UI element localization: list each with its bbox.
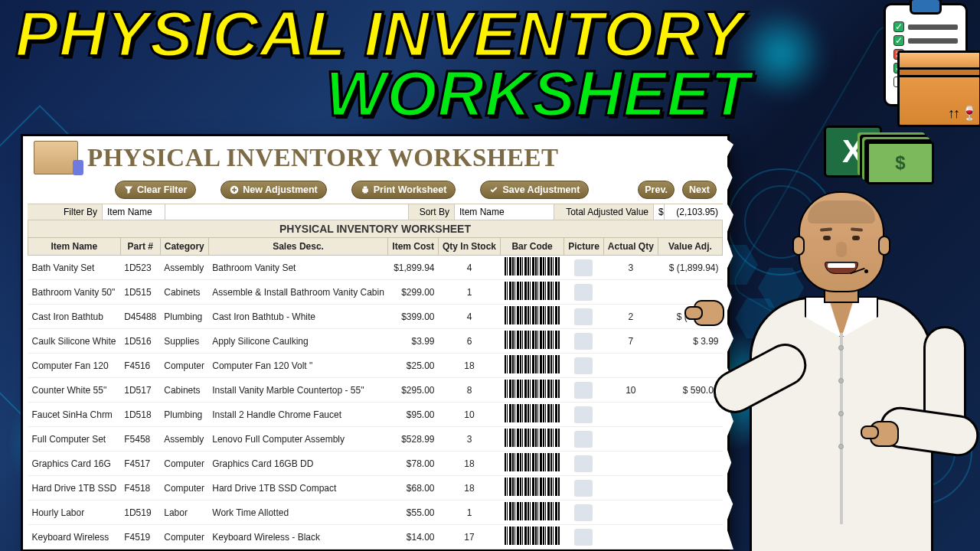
save-adjustment-button[interactable]: Save Adjustment (480, 181, 589, 199)
new-adjustment-button[interactable]: New Adjustment (220, 181, 326, 199)
table-row[interactable]: Bathroom Vanity 50"1D515CabinetsAssemble… (28, 280, 723, 305)
cell-item: Hard Drive 1TB SSD (28, 476, 121, 500)
col-desc[interactable]: Sales Desc. (208, 238, 388, 256)
cell-barcode (501, 305, 564, 329)
cell-category: Plumbing (160, 403, 208, 427)
cell-desc: Graphics Card 16GB DD (208, 452, 388, 476)
svg-rect-2 (364, 187, 368, 189)
table-row[interactable]: Counter White 55"1D517CabinetsInstall Va… (28, 378, 723, 403)
cell-part: F4516 (120, 354, 160, 378)
table-row[interactable]: Hard Drive 1TB SSDF4518ComputerHard Driv… (28, 476, 723, 500)
cell-actual-qty[interactable] (603, 354, 658, 378)
table-row[interactable]: Caulk Silicone White1D516SuppliesApply S… (28, 329, 723, 354)
cell-category: Assembly (160, 256, 208, 280)
table-row[interactable]: Full Computer SetF5458AssemblyLenovo Ful… (28, 427, 723, 452)
col-item[interactable]: Item Name (28, 238, 121, 256)
table-row[interactable]: Graphics Card 16GF4517ComputerGraphics C… (28, 452, 723, 476)
cell-actual-qty[interactable]: 7 (603, 329, 658, 354)
cell-cost: $78.00 (388, 452, 439, 476)
cell-stock: 10 (439, 403, 501, 427)
col-stock[interactable]: Qty In Stock (439, 238, 501, 256)
cell-stock: 18 (439, 354, 501, 378)
cell-barcode (501, 280, 564, 305)
cell-desc: Monitor 27" Black - Touch Screen (208, 549, 388, 550)
cell-picture (564, 525, 604, 549)
prev-button[interactable]: Prev. (638, 181, 675, 199)
cell-desc: Cast Iron Bathtub - White (208, 305, 388, 329)
filter-by-value[interactable]: Item Name (103, 204, 165, 220)
cell-actual-qty[interactable] (603, 549, 658, 550)
table-row[interactable]: Keyboard WirelessF4519ComputerKeyboard W… (28, 525, 723, 549)
table-row[interactable]: Hourly Labor1D519LaborWork Time Allotted… (28, 500, 723, 525)
total-currency: $ (654, 204, 665, 220)
col-actual-qty[interactable]: Actual Qty (603, 238, 658, 256)
cell-item: Caulk Silicone White (28, 329, 121, 354)
sort-by-value[interactable]: Item Name (455, 204, 554, 220)
cell-category: Computer (160, 549, 208, 550)
cell-stock: 3 (439, 427, 501, 452)
cell-cost: $1,899.94 (388, 256, 439, 280)
col-picture[interactable]: Picture (564, 238, 604, 256)
cell-actual-qty[interactable] (603, 427, 658, 452)
cell-stock: 18 (439, 452, 501, 476)
cell-actual-qty[interactable]: 10 (603, 378, 658, 403)
clear-filter-button[interactable]: Clear Filter (115, 181, 196, 199)
cell-stock: 18 (439, 476, 501, 500)
cell-cost: $399.00 (388, 305, 439, 329)
cell-actual-qty[interactable]: 2 (603, 305, 658, 329)
cell-actual-qty[interactable] (603, 500, 658, 525)
cell-item: Bathroom Vanity 50" (28, 280, 121, 305)
cell-cost: $295.00 (388, 378, 439, 403)
cell-part: 1D516 (120, 329, 160, 354)
cell-category: Assembly (160, 427, 208, 452)
cell-barcode (501, 256, 564, 280)
cell-part: F4519 (120, 525, 160, 549)
table-row[interactable]: Faucet SinHa Chrm1D518PlumbingInstall 2 … (28, 403, 723, 427)
cell-actual-qty[interactable] (603, 452, 658, 476)
table-row[interactable]: Bath Vanity Set1D523AssemblyBathroom Van… (28, 256, 723, 280)
col-part[interactable]: Part # (120, 238, 160, 256)
cell-barcode (501, 549, 564, 550)
cell-cost: $528.99 (388, 427, 439, 452)
cell-part: 1D523 (120, 256, 160, 280)
cell-desc: Assemble & Install Bathroom Vanity Cabin (208, 280, 388, 305)
table-row[interactable]: Cast Iron BathtubD45488PlumbingCast Iron… (28, 305, 723, 329)
package-icon: ↑↑ 🍷 (897, 51, 980, 127)
cell-part: F4517 (120, 452, 160, 476)
worksheet-title: PHYSICAL INVENTORY WORKSHEET (87, 144, 559, 172)
cell-cost: $25.00 (388, 354, 439, 378)
cell-actual-qty[interactable] (603, 525, 658, 549)
cell-picture (564, 378, 604, 403)
cell-actual-qty[interactable] (603, 280, 658, 305)
worksheet-logo (34, 141, 78, 174)
cell-picture (564, 354, 604, 378)
print-worksheet-button[interactable]: Print Worksheet (351, 181, 456, 199)
filter-bar: Filter By Item Name Sort By Item Name To… (28, 204, 723, 220)
filter-by-label: Filter By (28, 204, 103, 220)
cell-actual-qty[interactable]: 3 (603, 256, 658, 280)
cell-stock: 4 (439, 305, 501, 329)
table-title: PHYSICAL INVENTORY WORKSHEET (28, 220, 723, 237)
filter-input[interactable] (165, 204, 409, 220)
cell-stock: 6 (439, 329, 501, 354)
cell-part: D45488 (120, 305, 160, 329)
table-row[interactable]: Monitor 27" BlackF4520ComputerMonitor 27… (28, 549, 723, 550)
col-category[interactable]: Category (160, 238, 208, 256)
cell-stock: 1 (439, 500, 501, 525)
cell-stock: 8 (439, 378, 501, 403)
col-barcode[interactable]: Bar Code (501, 238, 564, 256)
cell-item: Faucet SinHa Chrm (28, 403, 121, 427)
cell-category: Cabinets (160, 280, 208, 305)
cell-stock: 4 (439, 256, 501, 280)
toolbar: Clear Filter New Adjustment Print Worksh… (23, 179, 727, 204)
cell-actual-qty[interactable] (603, 476, 658, 500)
cell-desc: Install 2 Handle Chrome Faucet (208, 403, 388, 427)
cell-part: F4520 (120, 549, 160, 550)
cell-cost: $55.00 (388, 500, 439, 525)
col-cost[interactable]: Item Cost (388, 238, 439, 256)
cell-actual-qty[interactable] (603, 403, 658, 427)
cell-desc: Bathroom Vanity Set (208, 256, 388, 280)
cell-barcode (501, 329, 564, 354)
table-row[interactable]: Computer Fan 120F4516ComputerComputer Fa… (28, 354, 723, 378)
cell-picture (564, 452, 604, 476)
